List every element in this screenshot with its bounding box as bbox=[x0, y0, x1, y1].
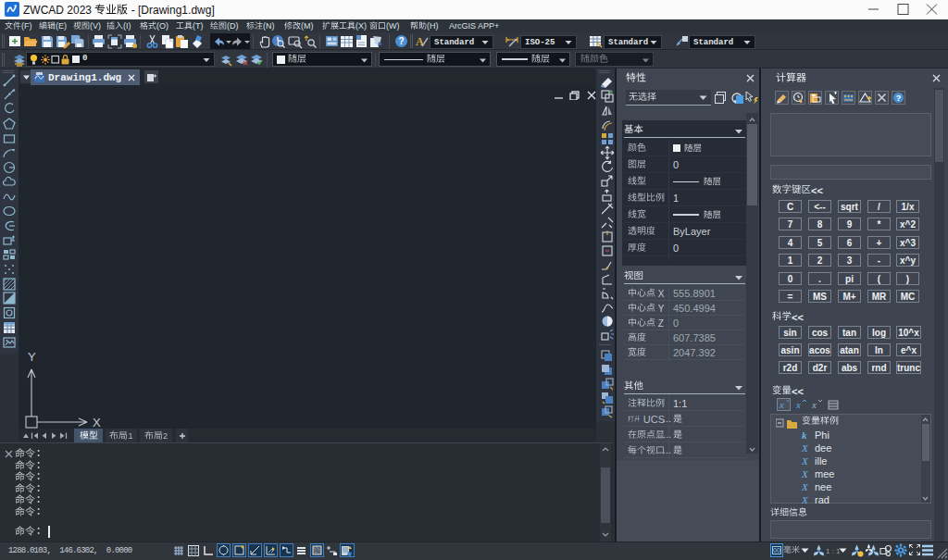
svg-text:00: 00 bbox=[773, 547, 780, 554]
svg-text:x: x bbox=[779, 399, 784, 410]
svg-text:X: X bbox=[93, 416, 101, 429]
svg-text:x: x bbox=[795, 399, 801, 410]
svg-text:?: ? bbox=[398, 36, 404, 46]
svg-text:x: x bbox=[811, 399, 817, 410]
svg-text:Y: Y bbox=[28, 350, 36, 364]
svg-text:?: ? bbox=[896, 93, 902, 103]
